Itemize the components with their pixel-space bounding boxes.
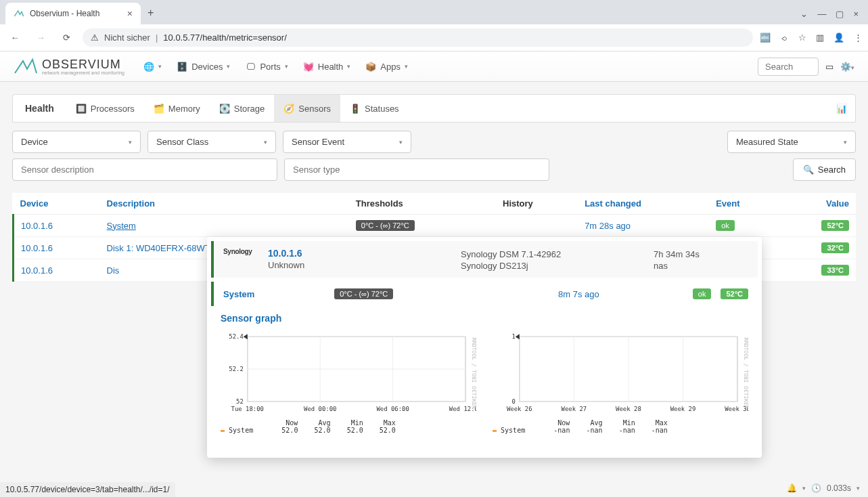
sensor-description-input[interactable] bbox=[12, 158, 277, 181]
value-chip: 33°C bbox=[821, 265, 849, 276]
nav-health[interactable]: 💓Health▾ bbox=[296, 56, 358, 77]
not-secure-label: Nicht sicher bbox=[104, 33, 150, 43]
vendor-logo: Synology bbox=[223, 248, 261, 271]
col-value[interactable]: Value bbox=[779, 193, 856, 215]
popover-status: Unknown bbox=[268, 260, 461, 270]
description-link[interactable]: Dis bbox=[107, 265, 120, 276]
tab-processors[interactable]: 🔲Processors bbox=[66, 95, 144, 122]
nav-globe[interactable]: 🌐▾ bbox=[137, 56, 168, 77]
svg-text:Wed 00:00: Wed 00:00 bbox=[304, 406, 336, 412]
popover-tag: nas bbox=[654, 261, 748, 271]
popover-sensor-name[interactable]: System bbox=[223, 289, 254, 299]
chevron-down-icon[interactable]: ▾ bbox=[802, 485, 806, 492]
chevron-down-icon[interactable]: ⌄ bbox=[800, 9, 808, 19]
col-last-changed[interactable]: Last changed bbox=[578, 193, 709, 215]
menu-icon[interactable]: ⋮ bbox=[854, 33, 863, 43]
main-nav: 🌐▾ 🗄️Devices▾ 🖵Ports▾ 💓Health▾ 📦Apps▾ bbox=[137, 56, 415, 77]
sensor-type-input[interactable] bbox=[284, 158, 549, 181]
back-button[interactable]: ← bbox=[5, 28, 24, 47]
browser-tab[interactable]: Observium - Health × bbox=[5, 3, 141, 24]
maximize-icon[interactable]: ▢ bbox=[836, 9, 844, 19]
col-event[interactable]: Event bbox=[709, 193, 779, 215]
tab-title: Observium - Health bbox=[30, 9, 99, 18]
share-icon[interactable]: ⪦ bbox=[780, 33, 789, 43]
svg-text:Week 27: Week 27 bbox=[562, 406, 587, 412]
not-secure-icon: ⚠ bbox=[91, 33, 99, 43]
logo-sub: network management and monitoring bbox=[42, 70, 124, 75]
tab-memory[interactable]: 🗂️Memory bbox=[144, 95, 210, 122]
new-tab-button[interactable]: + bbox=[141, 1, 160, 24]
svg-text:RRDTOOL / TOBI OETIKER: RRDTOOL / TOBI OETIKER bbox=[743, 337, 748, 408]
popover-ip[interactable]: 10.0.1.6 bbox=[268, 248, 461, 259]
table-row[interactable]: 10.0.1.6 System 0°C - (∞) 72°C 7m 28s ag… bbox=[14, 215, 856, 237]
app-header: OBSERVIUM network management and monitor… bbox=[0, 51, 868, 82]
sidepanel-icon[interactable]: ▥ bbox=[816, 33, 824, 43]
device-link[interactable]: 10.0.1.6 bbox=[21, 243, 53, 253]
sensor-graph: 5252.252.4Tue 18:00Wed 00:00Wed 06:00Wed… bbox=[221, 329, 476, 444]
col-description[interactable]: Description bbox=[100, 193, 349, 215]
gear-icon[interactable]: ⚙️▾ bbox=[840, 62, 854, 72]
sensor-graph: 01Week 26Week 27Week 28Week 29Week 30 RR… bbox=[493, 329, 748, 444]
svg-text:Week 28: Week 28 bbox=[616, 406, 641, 412]
popover-uptime: 7h 34m 34s bbox=[654, 249, 748, 259]
profile-icon[interactable]: 👤 bbox=[833, 33, 844, 43]
tab-statuses[interactable]: 🚦Statuses bbox=[340, 95, 409, 122]
port-icon: 🖵 bbox=[245, 61, 256, 72]
col-history[interactable]: History bbox=[496, 193, 578, 215]
bell-icon[interactable]: 🔔 bbox=[787, 483, 797, 493]
filter-sensor-class[interactable]: Sensor Class▾ bbox=[147, 131, 276, 153]
url-input[interactable]: ⚠ Nicht sicher | 10.0.5.77/health/metric… bbox=[83, 28, 753, 47]
url-text: 10.0.5.77/health/metric=sensor/ bbox=[163, 33, 286, 43]
browser-tab-bar: Observium - Health × + ⌄ — ▢ × bbox=[0, 0, 868, 24]
sensor-graph-title: Sensor graph bbox=[211, 306, 758, 326]
app-logo[interactable]: OBSERVIUM network management and monitor… bbox=[14, 57, 124, 76]
svg-text:0: 0 bbox=[511, 398, 515, 405]
tab-storage[interactable]: 💽Storage bbox=[210, 95, 275, 122]
global-search-input[interactable] bbox=[758, 58, 819, 76]
translate-icon[interactable]: 🔤 bbox=[760, 33, 771, 43]
chart-icon[interactable]: 📊 bbox=[836, 104, 847, 114]
tab-close-icon[interactable]: × bbox=[127, 8, 133, 19]
threshold-chip: 0°C - (∞) 72°C bbox=[356, 220, 415, 231]
device-link[interactable]: 10.0.1.6 bbox=[21, 265, 53, 276]
filter-sensor-event[interactable]: Sensor Event▾ bbox=[283, 131, 411, 153]
status-bar-url: 10.0.5.77/device/device=3/tab=health/...… bbox=[0, 482, 175, 497]
chevron-down-icon: ▾ bbox=[399, 139, 403, 146]
fullscreen-icon[interactable]: ▭ bbox=[825, 62, 833, 72]
nav-apps[interactable]: 📦Apps▾ bbox=[359, 56, 415, 77]
value-chip: 32°C bbox=[821, 242, 849, 253]
description-link[interactable]: System bbox=[107, 221, 136, 231]
col-device[interactable]: Device bbox=[14, 193, 100, 215]
cube-icon: 📦 bbox=[365, 61, 376, 72]
reload-button[interactable]: ⟳ bbox=[57, 28, 76, 47]
traffic-light-icon: 🚦 bbox=[350, 103, 361, 114]
load-time: 0.033s bbox=[827, 483, 851, 493]
nav-devices[interactable]: 🗄️Devices▾ bbox=[170, 56, 237, 77]
tab-sensors[interactable]: 🧭Sensors bbox=[274, 95, 340, 122]
svg-text:1: 1 bbox=[511, 333, 515, 340]
close-window-icon[interactable]: × bbox=[853, 9, 859, 19]
nav-ports[interactable]: 🖵Ports▾ bbox=[238, 56, 294, 77]
svg-text:52.4: 52.4 bbox=[229, 333, 244, 340]
search-button[interactable]: 🔍Search bbox=[793, 158, 856, 181]
chevron-down-icon: ▾ bbox=[264, 139, 267, 146]
clock-icon: 🕓 bbox=[811, 483, 821, 493]
value-chip: 52°C bbox=[821, 220, 849, 231]
filter-measured-state[interactable]: Measured State▾ bbox=[727, 131, 856, 153]
footer-right: 🔔 ▾ 🕓 0.033s ▾ bbox=[787, 483, 860, 493]
device-link[interactable]: 10.0.1.6 bbox=[21, 221, 53, 231]
chevron-down-icon[interactable]: ▾ bbox=[856, 485, 860, 492]
popover-threshold: 0°C - (∞) 72°C bbox=[334, 288, 393, 299]
bookmark-icon[interactable]: ☆ bbox=[798, 33, 806, 43]
gauge-icon: 🧭 bbox=[283, 103, 294, 114]
popover-header: Synology 10.0.1.6 Unknown Synology DSM 7… bbox=[211, 241, 758, 278]
forward-button[interactable]: → bbox=[31, 28, 50, 47]
search-icon: 🔍 bbox=[803, 165, 814, 175]
svg-text:Week 26: Week 26 bbox=[507, 406, 532, 412]
filter-device[interactable]: Device▾ bbox=[12, 131, 141, 153]
col-thresholds[interactable]: Thresholds bbox=[349, 193, 496, 215]
event-chip: ok bbox=[716, 220, 735, 231]
minimize-icon[interactable]: — bbox=[817, 9, 826, 19]
svg-text:52: 52 bbox=[236, 398, 244, 405]
svg-text:52.2: 52.2 bbox=[229, 366, 244, 372]
